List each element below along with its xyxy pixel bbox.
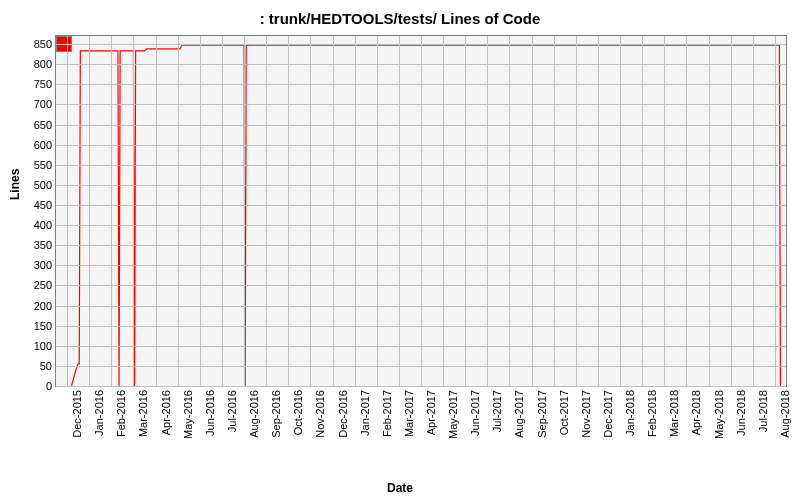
y-tick-label: 800 bbox=[34, 58, 56, 70]
x-tick-label: Oct-2016 bbox=[288, 390, 304, 435]
x-tick-label: Mar-2018 bbox=[664, 390, 680, 437]
x-tick-label: Jan-2018 bbox=[620, 390, 636, 436]
grid-line-v bbox=[465, 36, 466, 386]
grid-line-v bbox=[620, 36, 621, 386]
grid-line-v bbox=[244, 36, 245, 386]
y-tick-label: 700 bbox=[34, 98, 56, 110]
y-tick-label: 200 bbox=[34, 300, 56, 312]
grid-line-v bbox=[133, 36, 134, 386]
y-tick-label: 250 bbox=[34, 279, 56, 291]
x-tick-label: Sep-2016 bbox=[266, 390, 282, 438]
y-tick-label: 750 bbox=[34, 78, 56, 90]
x-tick-label: Apr-2017 bbox=[421, 390, 437, 435]
grid-line-v bbox=[598, 36, 599, 386]
x-tick-label: Dec-2015 bbox=[67, 390, 83, 438]
y-tick-label: 650 bbox=[34, 119, 56, 131]
y-tick-label: 450 bbox=[34, 199, 56, 211]
grid-line-v bbox=[731, 36, 732, 386]
x-tick-label: Feb-2016 bbox=[111, 390, 127, 437]
y-tick-label: 850 bbox=[34, 38, 56, 50]
x-tick-label: Dec-2016 bbox=[333, 390, 349, 438]
x-tick-label: Jul-2018 bbox=[753, 390, 769, 432]
grid-line-v bbox=[554, 36, 555, 386]
y-tick-label: 350 bbox=[34, 239, 56, 251]
grid-line-v bbox=[266, 36, 267, 386]
grid-line-v bbox=[642, 36, 643, 386]
grid-line-v bbox=[67, 36, 68, 386]
grid-line-v bbox=[156, 36, 157, 386]
chart-title: : trunk/HEDTOOLS/tests/ Lines of Code bbox=[0, 10, 800, 27]
y-tick-label: 500 bbox=[34, 179, 56, 191]
grid-line-v bbox=[310, 36, 311, 386]
grid-line-v bbox=[775, 36, 776, 386]
y-tick-label: 0 bbox=[46, 380, 56, 392]
x-tick-label: Mar-2016 bbox=[133, 390, 149, 437]
grid-line-v bbox=[709, 36, 710, 386]
x-tick-label: Nov-2016 bbox=[310, 390, 326, 438]
grid-line-v bbox=[532, 36, 533, 386]
x-tick-label: May-2018 bbox=[709, 390, 725, 439]
x-tick-label: Jun-2018 bbox=[731, 390, 747, 436]
x-tick-label: Nov-2017 bbox=[576, 390, 592, 438]
grid-line-v bbox=[222, 36, 223, 386]
y-tick-label: 50 bbox=[40, 360, 56, 372]
grid-line-v bbox=[399, 36, 400, 386]
grid-line-v bbox=[111, 36, 112, 386]
x-tick-label: Feb-2018 bbox=[642, 390, 658, 437]
y-axis-label: Lines bbox=[8, 169, 22, 200]
grid-line-v bbox=[686, 36, 687, 386]
x-tick-label: Aug-2018 bbox=[775, 390, 791, 438]
grid-line-v bbox=[377, 36, 378, 386]
grid-line-v bbox=[333, 36, 334, 386]
x-tick-label: Jun-2016 bbox=[200, 390, 216, 436]
plot-area: 0501001502002503003504004505005506006507… bbox=[55, 35, 787, 387]
x-tick-label: Feb-2017 bbox=[377, 390, 393, 437]
x-tick-label: Jul-2016 bbox=[222, 390, 238, 432]
grid-line-v bbox=[753, 36, 754, 386]
x-tick-label: Aug-2017 bbox=[509, 390, 525, 438]
grid-line-v bbox=[89, 36, 90, 386]
y-tick-label: 150 bbox=[34, 320, 56, 332]
grid-line-v bbox=[288, 36, 289, 386]
x-tick-label: Mar-2017 bbox=[399, 390, 415, 437]
x-axis-label: Date bbox=[0, 481, 800, 495]
y-tick-label: 100 bbox=[34, 340, 56, 352]
x-tick-label: Aug-2016 bbox=[244, 390, 260, 438]
grid-line-v bbox=[200, 36, 201, 386]
grid-line-v bbox=[178, 36, 179, 386]
x-tick-label: May-2016 bbox=[178, 390, 194, 439]
x-tick-label: Sep-2017 bbox=[532, 390, 548, 438]
x-tick-label: Dec-2017 bbox=[598, 390, 614, 438]
chart-container: : trunk/HEDTOOLS/tests/ Lines of Code Li… bbox=[0, 0, 800, 500]
x-tick-label: Jan-2016 bbox=[89, 390, 105, 436]
y-tick-label: 600 bbox=[34, 139, 56, 151]
grid-line-v bbox=[421, 36, 422, 386]
x-tick-label: Apr-2018 bbox=[686, 390, 702, 435]
x-tick-label: Jul-2017 bbox=[487, 390, 503, 432]
x-tick-label: May-2017 bbox=[443, 390, 459, 439]
grid-line-v bbox=[443, 36, 444, 386]
x-tick-label: Apr-2016 bbox=[156, 390, 172, 435]
x-tick-label: Jun-2017 bbox=[465, 390, 481, 436]
grid-line-v bbox=[355, 36, 356, 386]
grid-line-v bbox=[509, 36, 510, 386]
y-tick-label: 550 bbox=[34, 159, 56, 171]
y-tick-label: 300 bbox=[34, 259, 56, 271]
grid-line-v bbox=[576, 36, 577, 386]
grid-line-v bbox=[664, 36, 665, 386]
y-tick-label: 400 bbox=[34, 219, 56, 231]
x-tick-label: Oct-2017 bbox=[554, 390, 570, 435]
grid-line-h bbox=[56, 386, 786, 387]
x-tick-label: Jan-2017 bbox=[355, 390, 371, 436]
grid-line-v bbox=[487, 36, 488, 386]
